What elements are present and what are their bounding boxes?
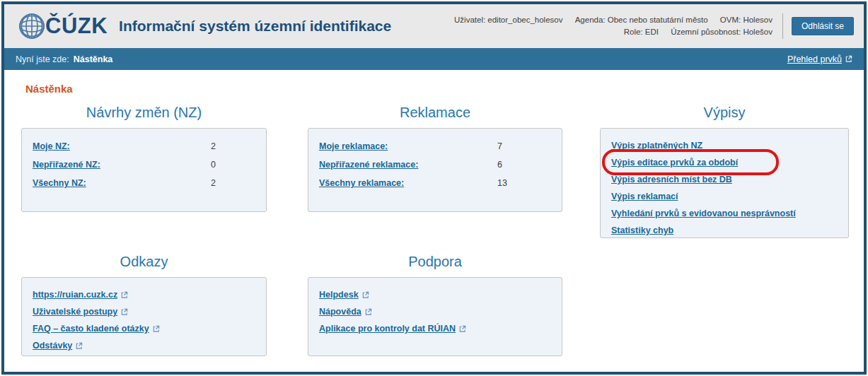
stat-row: Nepřiřazené NZ: 0 — [33, 155, 255, 174]
user-info-row2: Role: EDI Územní působnost: Holešov — [444, 26, 772, 38]
statistiky-chyb-link[interactable]: Statistiky chyb — [611, 222, 673, 239]
moje-nz-link[interactable]: Moje NZ: — [33, 141, 70, 151]
section-title-podpora: Podpora — [308, 252, 562, 271]
aplikace-kontroly-ruian-link[interactable]: Aplikace pro kontroly dat RÚIAN — [319, 320, 456, 337]
stat-row: Moje NZ: 2 — [33, 137, 255, 155]
stat-row: Nepřiřazené reklamace: 6 — [319, 155, 551, 174]
user-scope: Územní působnost: Holešov — [671, 28, 772, 36]
header-user-area: Uživatel: editor_obec_holesov Agenda: Ob… — [444, 13, 854, 39]
odstavky-link[interactable]: Odstávky — [33, 337, 72, 354]
panel-podpora: Helpdesk Nápověda Aplikace pro kontroly … — [308, 277, 562, 356]
faq-link[interactable]: FAQ – často kladené otázky — [33, 320, 149, 337]
vypis-reklamaci-link[interactable]: Výpis reklamací — [611, 188, 678, 205]
external-link-icon — [845, 55, 852, 63]
helpdesk-link[interactable]: Helpdesk — [319, 286, 359, 303]
external-link-icon — [364, 308, 372, 316]
napoveda-link[interactable]: Nápověda — [319, 303, 361, 320]
cuzk-logo[interactable]: ČÚZK — [17, 11, 108, 41]
external-link-icon — [120, 291, 128, 299]
external-link-icon — [152, 325, 160, 333]
column-reklamace: Reklamace Moje reklamace: 7 Nepřiřazené … — [308, 103, 562, 238]
vsechny-nz-link[interactable]: Všechny NZ: — [33, 178, 86, 188]
column-vypisy: Výpisy Výpis zplatněných NZ Výpis editac… — [600, 103, 849, 238]
section-title-vypisy: Výpisy — [600, 103, 849, 122]
neprirazene-reklamace-count: 6 — [497, 155, 502, 174]
section-title-navrhy: Návrhy změn (NZ) — [21, 103, 267, 122]
page: ČÚZK Informační systém územní identifika… — [0, 0, 868, 376]
vypis-zplatnenych-nz-link[interactable]: Výpis zplatněných NZ — [611, 137, 702, 154]
vsechny-nz-count: 2 — [211, 174, 216, 192]
prehled-prvku-label: Přehled prvků — [787, 54, 842, 64]
neprirazene-reklamace-link[interactable]: Nepřiřazené reklamace: — [319, 160, 418, 170]
dashboard-row-2: Odkazy https://ruian.cuzk.cz Uživatelské… — [21, 252, 849, 356]
column-podpora: Podpora Helpdesk Nápověda Aplikace pro k… — [308, 252, 562, 356]
neprirazene-nz-link[interactable]: Nepřiřazené NZ: — [33, 160, 100, 170]
panel-odkazy: https://ruian.cuzk.cz Uživatelské postup… — [21, 277, 267, 356]
external-link-icon — [75, 342, 83, 350]
logo-text: ČÚZK — [45, 13, 108, 39]
column-empty — [600, 252, 849, 356]
moje-reklamace-link[interactable]: Moje reklamace: — [319, 141, 388, 151]
neprirazene-nz-count: 0 — [211, 155, 216, 174]
main-content: Nástěnka Návrhy změn (NZ) Moje NZ: 2 Nep… — [4, 70, 864, 372]
user-ovm: OVM: Holesov — [720, 16, 772, 24]
vsechny-reklamace-link[interactable]: Všechny reklamace: — [319, 178, 404, 188]
external-link-icon — [120, 308, 128, 316]
app-title: Informační systém územní identifikace — [119, 18, 391, 35]
external-link-icon — [458, 325, 466, 333]
column-navrhy: Návrhy změn (NZ) Moje NZ: 2 Nepřiřazené … — [21, 103, 267, 238]
moje-reklamace-count: 7 — [497, 137, 502, 155]
breadcrumb-current: Nástěnka — [74, 54, 113, 64]
moje-nz-count: 2 — [211, 137, 216, 155]
section-title-reklamace: Reklamace — [308, 103, 562, 122]
user-info-row1: Uživatel: editor_obec_holesov Agenda: Ob… — [444, 14, 772, 26]
uzivatelske-postupy-link[interactable]: Uživatelské postupy — [33, 303, 117, 320]
stat-row: Moje reklamace: 7 — [319, 137, 551, 155]
stat-row: Všechny reklamace: 13 — [319, 174, 551, 192]
header: ČÚZK Informační systém územní identifika… — [4, 4, 864, 48]
divider — [782, 13, 783, 39]
user-role: Role: EDI — [624, 28, 659, 36]
breadcrumb-prefix: Nyní jste zde: — [16, 54, 69, 64]
prehled-prvku-link[interactable]: Přehled prvků — [787, 54, 852, 64]
app-frame: ČÚZK Informační systém územní identifika… — [1, 1, 867, 375]
vsechny-reklamace-count: 13 — [497, 174, 507, 192]
dashboard-row-1: Návrhy změn (NZ) Moje NZ: 2 Nepřiřazené … — [21, 103, 849, 238]
section-title-odkazy: Odkazy — [21, 252, 267, 271]
panel-navrhy: Moje NZ: 2 Nepřiřazené NZ: 0 Všechny NZ:… — [21, 128, 267, 212]
column-odkazy: Odkazy https://ruian.cuzk.cz Uživatelské… — [21, 252, 267, 356]
panel-vypisy: Výpis zplatněných NZ Výpis editace prvků… — [600, 128, 849, 238]
vypis-editace-prvku-link[interactable]: Výpis editace prvků za období — [611, 154, 738, 171]
stat-row: Všechny NZ: 2 — [33, 174, 255, 192]
user-info: Uživatel: editor_obec_holesov Agenda: Ob… — [444, 14, 772, 38]
logout-button[interactable]: Odhlásit se — [792, 17, 854, 35]
vyhledani-prvku-link[interactable]: Vyhledání prvků s evidovanou nesprávnost… — [611, 205, 796, 222]
external-link-icon — [361, 291, 369, 299]
breadcrumb-bar: Nyní jste zde: Nástěnka Přehled prvků — [4, 48, 864, 70]
vypis-adresnich-mist-link[interactable]: Výpis adresních míst bez DB — [611, 171, 732, 188]
user-agenda: Agenda: Obec nebo statutární město — [575, 16, 708, 24]
ruian-link[interactable]: https://ruian.cuzk.cz — [33, 286, 117, 303]
user-name: Uživatel: editor_obec_holesov — [454, 16, 562, 24]
page-title: Nástěnka — [25, 83, 849, 95]
panel-reklamace: Moje reklamace: 7 Nepřiřazené reklamace:… — [308, 128, 562, 212]
